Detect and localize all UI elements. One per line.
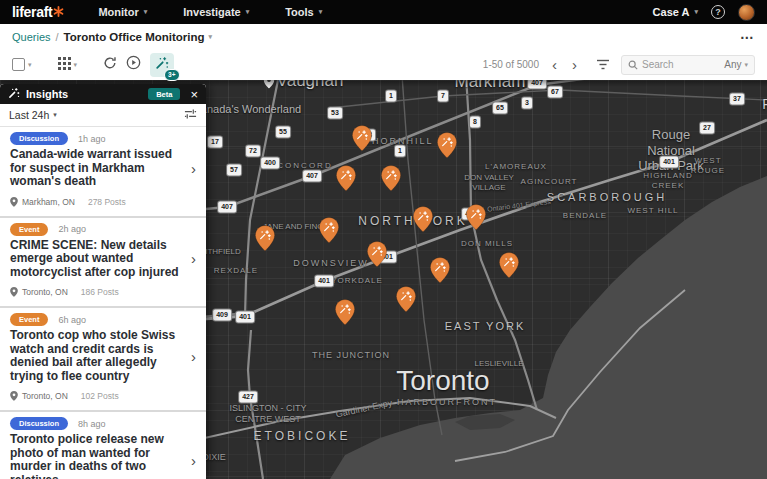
card-title: Toronto cop who stole Swiss watch and cr… — [10, 329, 187, 383]
insight-map-marker[interactable] — [336, 165, 357, 196]
chevron-down-icon: ▾ — [144, 8, 148, 16]
liferaft-logo[interactable]: liferaft — [12, 3, 64, 21]
case-selector[interactable]: Case A ▾ — [653, 6, 698, 18]
prev-page-button[interactable]: ‹ — [550, 57, 559, 72]
card-type-badge: Event — [10, 223, 48, 236]
breadcrumb-current[interactable]: Toronto Office Monitoring ▾ — [64, 31, 212, 43]
road-shield-401: 401 — [236, 311, 254, 322]
chevron-right-icon[interactable]: › — [191, 452, 196, 469]
insight-card[interactable]: Event 2h ago CRIME SCENE: New details em… — [0, 218, 206, 307]
road-shield-400: 400 — [261, 157, 279, 168]
card-post-count: 278 Posts — [88, 197, 126, 207]
insight-map-marker[interactable] — [396, 286, 417, 317]
help-icon[interactable]: ? — [711, 5, 725, 19]
search-icon — [628, 56, 638, 74]
run-query-button[interactable] — [126, 55, 141, 74]
map-place-label: LESLIEVILLE — [475, 359, 524, 369]
insight-map-marker[interactable] — [381, 165, 402, 196]
insight-map-marker[interactable] — [352, 125, 373, 156]
map-place-label: DON MILLS — [461, 239, 513, 249]
map-place-label: Pickering — [762, 96, 767, 113]
nav-menu-tools[interactable]: Tools▾ — [285, 6, 322, 18]
road-shield-55: 55 — [276, 126, 290, 137]
more-options-button[interactable]: ⋯ — [740, 29, 755, 45]
chevron-down-icon: ▾ — [74, 61, 78, 69]
insight-map-marker[interactable] — [430, 257, 451, 288]
chevron-down-icon: ▾ — [744, 61, 748, 69]
map-place-label: BENDALE — [563, 211, 607, 221]
results-range: 1-50 of 5000 — [483, 59, 539, 70]
results-toolbar: ▾ ▾ 3+ 1-50 of 5000 ‹ › Any — [0, 49, 767, 80]
chevron-down-icon: ▾ — [319, 8, 323, 16]
search-input[interactable] — [642, 59, 720, 70]
close-icon[interactable]: × — [190, 88, 198, 101]
filter-sliders-icon[interactable] — [184, 106, 197, 124]
road-shield-65: 65 — [493, 102, 507, 113]
map-place-label: SCARBOROUGH — [547, 191, 667, 204]
road-shield-1: 1 — [395, 145, 405, 156]
beta-badge: Beta — [148, 88, 180, 100]
insight-map-marker[interactable] — [499, 252, 520, 283]
chevron-down-icon: ▾ — [246, 8, 250, 16]
insight-map-marker[interactable] — [319, 217, 340, 248]
map-place-label: YORKDALE — [331, 276, 383, 286]
nav-menu-investigate[interactable]: Investigate▾ — [183, 6, 249, 18]
card-title: CRIME SCENE: New details emerge about wa… — [10, 239, 187, 280]
navbar: liferaft Monitor▾Investigate▾Tools▾ Case… — [0, 0, 767, 24]
chevron-down-icon: ▾ — [53, 111, 57, 119]
insight-map-marker[interactable] — [466, 204, 487, 235]
map-place-label: THE JUNCTION — [312, 350, 390, 361]
checkbox-icon — [12, 58, 25, 71]
next-page-button[interactable]: › — [570, 57, 579, 72]
nav-menu-label: Tools — [285, 6, 314, 18]
chevron-down-icon: ▾ — [28, 61, 32, 69]
card-timestamp: 2h ago — [58, 224, 86, 234]
map-place-label: WEST HILL — [627, 206, 678, 216]
card-title: Toronto police release new photo of man … — [10, 433, 187, 479]
insight-map-marker[interactable] — [367, 241, 388, 272]
user-avatar[interactable] — [738, 4, 755, 21]
refresh-icon — [103, 56, 117, 74]
insights-filter-row: Last 24h ▾ — [0, 104, 206, 127]
road-shield-407: 407 — [218, 201, 236, 212]
chevron-right-icon[interactable]: › — [191, 160, 196, 177]
scope-dropdown[interactable]: Any ▾ — [724, 59, 748, 70]
nav-menu-monitor[interactable]: Monitor▾ — [98, 6, 147, 18]
road-shield-3: 3 — [522, 97, 532, 108]
card-title: Canada-wide warrant issued for suspect i… — [10, 148, 187, 189]
insight-map-marker[interactable] — [437, 132, 458, 163]
breadcrumb-queries-link[interactable]: Queries — [12, 31, 51, 43]
road-shield-67: 67 — [548, 86, 562, 97]
layout-grid-button[interactable]: ▾ — [58, 56, 78, 74]
scope-selected-label: Any — [724, 59, 741, 70]
sort-filter-icon[interactable] — [596, 56, 610, 74]
chevron-right-icon[interactable]: › — [191, 250, 196, 267]
refresh-button[interactable] — [103, 56, 117, 74]
map-place-label: Canada's Wonderland — [193, 103, 301, 116]
nav-menu-label: Investigate — [183, 6, 240, 18]
insight-map-marker[interactable] — [413, 206, 434, 237]
road-shield-407: 407 — [303, 170, 321, 181]
insight-map-marker[interactable] — [335, 299, 356, 330]
breadcrumb-current-label: Toronto Office Monitoring — [64, 31, 205, 43]
insights-panel-header: Insights Beta × — [0, 84, 206, 104]
map-place-label: CONCORD — [277, 161, 332, 171]
case-label: Case A — [653, 6, 690, 18]
map-place-label: AGINCOURT — [521, 177, 578, 187]
map-place-label: DOWNSVIEW — [293, 258, 369, 269]
nav-menu-label: Monitor — [98, 6, 138, 18]
map-place-label: ISLINGTON - CITY CENTRE WEST — [230, 403, 307, 425]
insight-card[interactable]: Event 6h ago Toronto cop who stole Swiss… — [0, 308, 206, 410]
insight-card[interactable]: Discussion 1h ago Canada-wide warrant is… — [0, 127, 206, 216]
chevron-right-icon[interactable]: › — [191, 348, 196, 365]
insight-map-marker[interactable] — [255, 225, 276, 256]
select-all-checkbox[interactable]: ▾ — [12, 58, 32, 71]
location-pin-icon — [10, 283, 18, 301]
road-shield-57: 57 — [227, 164, 241, 175]
card-location: Toronto, ON — [22, 287, 68, 297]
insight-card[interactable]: Discussion 8h ago Toronto police release… — [0, 412, 206, 479]
time-filter-dropdown[interactable]: Last 24h ▾ — [9, 109, 57, 121]
search-field[interactable]: Any ▾ — [621, 55, 755, 75]
insights-toggle-button[interactable]: 3+ — [150, 53, 174, 77]
time-filter-label: Last 24h — [9, 109, 49, 121]
